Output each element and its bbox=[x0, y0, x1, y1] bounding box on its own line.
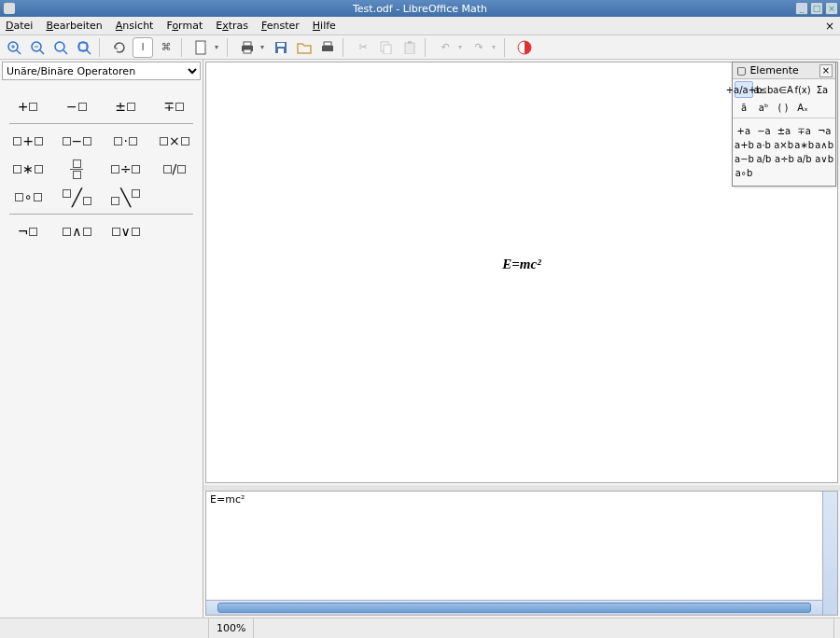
svg-line-1 bbox=[17, 50, 21, 54]
op-plus-a[interactable]: + bbox=[7, 95, 49, 118]
op-a-and-b[interactable]: ∧ bbox=[56, 220, 97, 243]
svg-rect-18 bbox=[278, 49, 284, 53]
op-a-minus-b[interactable]: − bbox=[56, 130, 97, 152]
cat-formats[interactable]: ( ) bbox=[774, 99, 792, 116]
svg-rect-17 bbox=[277, 43, 285, 47]
editor-vscrollbar[interactable] bbox=[822, 492, 837, 615]
zoom-in-icon[interactable] bbox=[4, 37, 24, 58]
menu-format[interactable]: Format bbox=[166, 20, 203, 32]
formula-editor: E=mc² bbox=[205, 491, 838, 616]
zoom-out-icon[interactable] bbox=[27, 37, 48, 58]
menu-fenster[interactable]: Fenster bbox=[261, 20, 300, 32]
zoom-level[interactable]: 100% bbox=[209, 618, 254, 638]
new-doc-icon[interactable] bbox=[191, 37, 212, 58]
menu-hilfe[interactable]: Hilfe bbox=[313, 20, 336, 32]
window-close-button[interactable]: × bbox=[825, 2, 838, 15]
el-afrac-b[interactable]: a/b bbox=[755, 154, 773, 164]
op-plusminus-a[interactable]: ± bbox=[105, 95, 147, 118]
window-title: Test.odf - LibreOffice Math bbox=[353, 3, 487, 15]
svg-rect-22 bbox=[384, 45, 391, 54]
op-minus-a[interactable]: − bbox=[56, 95, 97, 118]
menu-extras[interactable]: Extras bbox=[216, 20, 248, 32]
svg-rect-20 bbox=[324, 42, 331, 46]
op-minusplus-a[interactable]: ∓ bbox=[154, 95, 195, 118]
redo-icon[interactable]: ↷ bbox=[469, 37, 489, 58]
print-direct-icon[interactable] bbox=[317, 37, 338, 58]
op-a-slash-b[interactable]: / bbox=[154, 158, 195, 180]
el-aplus-b[interactable]: a+b bbox=[735, 140, 753, 150]
el-acdot-b[interactable]: a·b bbox=[755, 140, 772, 150]
op-a-widebslash-b[interactable]: ╲ bbox=[105, 186, 147, 208]
operator-category-select[interactable]: Unäre/Binäre Operatoren bbox=[2, 62, 201, 80]
svg-line-10 bbox=[87, 50, 91, 54]
redo-dropdown[interactable]: ▾ bbox=[492, 43, 499, 51]
window-maximize-button[interactable]: □ bbox=[810, 2, 823, 15]
elements-close-button[interactable]: × bbox=[819, 64, 833, 77]
cat-functions[interactable]: f(x) bbox=[793, 81, 812, 98]
cat-set-ops[interactable]: a∈A bbox=[774, 81, 792, 98]
open-icon[interactable] bbox=[294, 37, 315, 58]
operator-grid: + − ± ∓ + − · × ∗ ÷ / ∘ ╱ ╲ bbox=[0, 84, 203, 254]
el-mp-a[interactable]: ∓a bbox=[795, 126, 814, 136]
svg-rect-14 bbox=[244, 42, 251, 46]
op-a-ast-b[interactable]: ∗ bbox=[7, 158, 49, 180]
cut-icon[interactable]: ✂ bbox=[353, 37, 373, 58]
menu-bearbeiten[interactable]: Bearbeiten bbox=[46, 20, 102, 32]
copy-icon[interactable] bbox=[376, 37, 397, 58]
help-icon[interactable] bbox=[514, 37, 535, 58]
print-icon[interactable] bbox=[237, 37, 258, 58]
undo-icon[interactable]: ↶ bbox=[435, 37, 455, 58]
cursor-icon[interactable]: I bbox=[133, 37, 153, 58]
op-neg-a[interactable]: ¬ bbox=[7, 220, 49, 243]
el-aast-b[interactable]: a∗b bbox=[794, 140, 813, 150]
el-plus-a[interactable]: +a bbox=[735, 126, 753, 136]
svg-rect-23 bbox=[405, 43, 414, 54]
op-a-circ-b[interactable]: ∘ bbox=[7, 186, 49, 208]
elements-panel: ▢ Elemente × +a/a+b a≤b a∈A f(x) Σa ā aᵇ… bbox=[732, 62, 836, 187]
el-aslash-b[interactable]: a/b bbox=[795, 154, 813, 164]
menu-ansicht[interactable]: Ansicht bbox=[116, 20, 154, 32]
el-adiv-b[interactable]: a÷b bbox=[775, 154, 793, 164]
main-toolbar: I ⌘ ▾ ▾ ✂ ↶ ▾ ↷ ▾ bbox=[0, 35, 840, 60]
el-atimes-b[interactable]: a×b bbox=[774, 140, 792, 150]
svg-line-5 bbox=[40, 50, 44, 54]
el-acirc-b[interactable]: a∘b bbox=[735, 168, 753, 178]
window-minimize-button[interactable]: _ bbox=[795, 2, 808, 15]
el-minus-a[interactable]: −a bbox=[755, 126, 774, 136]
cat-attributes[interactable]: ā bbox=[735, 99, 753, 116]
cat-brackets[interactable]: aᵇ bbox=[754, 99, 773, 116]
zoom-fit-icon[interactable] bbox=[74, 37, 94, 58]
menubar: Datei Bearbeiten Ansicht Format Extras F… bbox=[0, 17, 840, 35]
op-a-div-b[interactable]: ÷ bbox=[105, 158, 147, 180]
op-a-cdot-b[interactable]: · bbox=[105, 130, 147, 152]
cat-unary-binary[interactable]: +a/a+b bbox=[735, 81, 753, 98]
op-a-wideslash-b[interactable]: ╱ bbox=[56, 186, 97, 208]
el-aor-b[interactable]: a∨b bbox=[815, 154, 833, 164]
op-a-times-b[interactable]: × bbox=[154, 130, 195, 152]
el-aand-b[interactable]: a∧b bbox=[815, 140, 833, 150]
formula-input[interactable]: E=mc² bbox=[206, 492, 822, 615]
grid-icon[interactable]: ⌘ bbox=[156, 37, 176, 58]
op-a-plus-b[interactable]: + bbox=[7, 130, 49, 152]
el-aminus-b[interactable]: a−b bbox=[735, 154, 753, 164]
refresh-icon[interactable] bbox=[109, 37, 130, 58]
print-dropdown[interactable]: ▾ bbox=[260, 43, 268, 51]
cat-operators[interactable]: Σa bbox=[813, 81, 832, 98]
undo-dropdown[interactable]: ▾ bbox=[458, 43, 466, 51]
op-a-over-b[interactable] bbox=[56, 158, 97, 180]
zoom-100-icon[interactable] bbox=[50, 37, 71, 58]
new-doc-dropdown[interactable]: ▾ bbox=[215, 43, 222, 51]
statusbar: 100% bbox=[0, 617, 840, 638]
cat-others[interactable]: Aₓ bbox=[793, 99, 812, 116]
el-pm-a[interactable]: ±a bbox=[775, 126, 793, 136]
svg-point-7 bbox=[55, 42, 64, 51]
rendered-formula: E=mc² bbox=[502, 257, 540, 272]
document-close-button[interactable]: × bbox=[825, 20, 834, 33]
cat-relations[interactable]: a≤b bbox=[754, 81, 773, 98]
editor-hscrollbar[interactable] bbox=[206, 600, 822, 615]
save-icon[interactable] bbox=[271, 37, 291, 58]
paste-icon[interactable] bbox=[399, 37, 420, 58]
op-a-or-b[interactable]: ∨ bbox=[105, 220, 147, 243]
menu-datei[interactable]: Datei bbox=[6, 20, 33, 32]
el-neg-a[interactable]: ¬a bbox=[815, 126, 833, 136]
